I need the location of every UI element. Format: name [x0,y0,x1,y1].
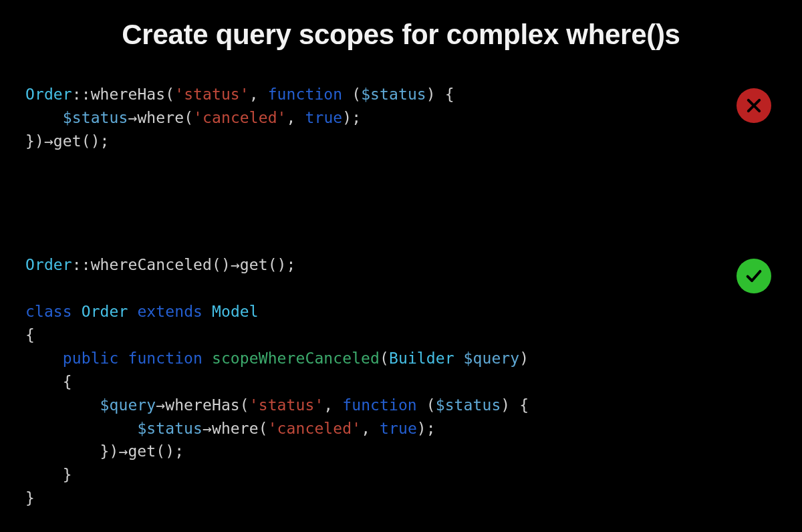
code-token: Model [212,303,259,320]
code-token: 'canceled' [268,420,361,437]
code-token: $status [137,420,203,437]
code-token: , [323,396,342,414]
code-token [72,303,82,320]
code-token [25,350,63,367]
code-token: where [137,109,184,126]
code-token: ( [417,396,436,414]
code-token: } [25,466,72,483]
code-token [203,303,212,320]
code-token: scopeWhereCanceled [212,350,380,367]
code-token: → [203,420,212,437]
code-token: :: [72,86,91,103]
code-token: (); [82,132,110,150]
code-token: })→ [25,442,128,460]
code-token: Order [25,86,72,103]
code-token: true [305,109,342,126]
code-token: extends [137,303,203,320]
code-token: { [25,326,35,344]
code-token [128,303,137,320]
code-token: ) { [426,86,454,103]
code-token: ) [519,350,529,367]
code-token: })→ [25,132,53,150]
code-token: → [156,396,165,414]
code-token: , [361,420,380,437]
code-token: → [128,109,137,126]
code-token [25,109,63,126]
cross-icon [737,88,771,123]
code-token [25,420,137,437]
code-token: $status [436,396,501,414]
code-token: } [25,489,35,507]
code-token: ( [380,350,389,367]
code-token: ( [240,396,249,414]
code-token: ( [342,86,361,103]
code-token: (); [268,256,296,273]
code-token: $query [100,396,156,414]
code-token: ( [259,420,268,437]
code-token: class [25,303,72,320]
code-token: public [63,350,119,367]
code-token: ( [184,109,193,126]
code-token: get [128,442,156,460]
code-token: 'canceled' [193,109,286,126]
code-token: get [240,256,268,273]
code-token: Order [82,303,128,320]
code-token: (); [156,442,184,460]
code-token [118,350,128,367]
code-token: 'status' [249,396,324,414]
code-token [203,350,212,367]
check-icon [737,259,771,293]
code-token: whereHas [91,86,166,103]
code-token: Order [25,256,72,273]
code-token: function [268,86,343,103]
code-token: $status [63,109,128,126]
code-token: { [25,373,72,390]
code-token: $status [361,86,426,103]
code-token: true [380,420,417,437]
code-token: , [287,109,305,126]
bad-example-section: Order::whereHas('status', function ($sta… [0,83,802,153]
code-token: $query [464,350,520,367]
bad-code-block: Order::whereHas('status', function ($sta… [25,83,722,153]
good-example-section: Order::whereCanceled()→get(); class Orde… [0,253,802,510]
code-token: whereCanceled [91,256,212,273]
page-title: Create query scopes for complex where()s [0,0,802,83]
code-token [454,350,464,367]
good-code-block: Order::whereCanceled()→get(); class Orde… [25,253,722,510]
code-token [25,396,100,414]
code-token: Builder [389,350,454,367]
code-token: ); [342,109,361,126]
code-token [25,279,35,297]
code-token: 'status' [174,86,249,103]
code-token: ()→ [212,256,240,273]
code-token: :: [72,256,91,273]
code-token: ); [417,420,436,437]
code-token: whereHas [165,396,240,414]
code-token: where [212,420,259,437]
code-token: , [249,86,268,103]
code-token: function [342,396,417,414]
code-token: ) { [501,396,529,414]
code-token: get [53,132,82,150]
code-token: function [128,350,203,367]
code-token: ( [165,86,174,103]
